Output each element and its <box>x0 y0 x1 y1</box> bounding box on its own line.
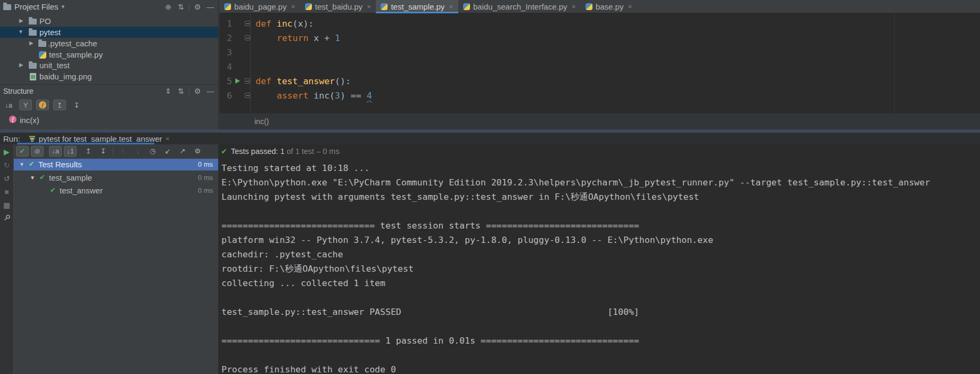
code-line-6[interactable]: assert inc(3) == 4 <box>256 88 372 103</box>
test-row-suite[interactable]: ▼ ✔ test_sample 0 ms <box>14 172 218 184</box>
hide-panel-icon[interactable]: — <box>205 3 215 11</box>
tree-item-unit-test[interactable]: ▶ unit_test <box>0 60 218 71</box>
collapse-all-icon[interactable]: ⇅ <box>176 3 186 11</box>
collapse-all-button[interactable]: ↥ <box>82 146 95 157</box>
fold-marker[interactable] <box>245 21 250 26</box>
python-file-icon <box>39 51 46 59</box>
tree-item-baidu-img[interactable]: baidu_img.png <box>0 71 218 82</box>
code-token-link[interactable]: 4 <box>367 91 372 101</box>
stop-button[interactable]: ■ <box>4 188 9 196</box>
show-fields-icon[interactable]: f <box>36 100 49 110</box>
test-duration: 0 ms <box>198 174 213 182</box>
sort-alphabetically-button[interactable]: ↓a <box>49 146 62 157</box>
test-settings-gear-button[interactable]: ⚙ <box>191 146 204 157</box>
close-icon[interactable]: ✕ <box>291 4 295 10</box>
tree-item-pytest-cache[interactable]: ▶ .pytest_cache <box>0 38 218 49</box>
collapse-all-icon[interactable]: ↧ <box>70 100 83 110</box>
rerun-button[interactable]: ▶ <box>4 148 10 156</box>
test-results-tree: ▼ ✔ Test Results 0 ms ▼ ✔ test_sample 0 … <box>14 158 218 374</box>
tree-item-test-sample[interactable]: test_sample.py <box>0 49 218 60</box>
settings-gear-icon[interactable]: ⚙ <box>193 87 202 95</box>
close-icon[interactable]: ✕ <box>628 4 632 10</box>
hide-panel-icon[interactable]: — <box>205 87 215 95</box>
tab-baidu-search-interface[interactable]: baidu_search_Interface.py ✕ <box>458 0 581 13</box>
expand-all-button[interactable]: ↧ <box>97 146 110 157</box>
test-history-button[interactable]: ◷ <box>146 146 159 157</box>
rerun-failed-tests-button[interactable]: ↻ <box>4 161 10 169</box>
test-row-root[interactable]: ▼ ✔ Test Results 0 ms <box>14 159 218 170</box>
expand-all-icon[interactable]: ⇕ <box>163 87 173 95</box>
chevron-right-icon[interactable]: ▶ <box>29 40 34 46</box>
close-icon[interactable]: ✕ <box>367 4 371 10</box>
folder-icon <box>29 30 37 36</box>
chevron-down-icon[interactable]: ▼ <box>30 175 35 181</box>
close-icon[interactable]: ✕ <box>165 136 169 142</box>
code-line-5[interactable]: def test_answer(): <box>256 74 351 88</box>
tests-passed-icon: ✔ <box>221 147 227 156</box>
editor-area[interactable]: baidu_page.py ✕ test_baidu.py ✕ test_sam… <box>219 0 980 129</box>
run-panel-header: Run: pytest for test_sample.test_answer … <box>0 133 980 144</box>
toggle-auto-test-button[interactable]: ↺ <box>4 174 10 183</box>
chevron-down-icon[interactable]: ▼ <box>19 161 24 167</box>
tree-item-po[interactable]: ▶ PO <box>0 15 218 27</box>
export-test-results-button[interactable]: ↗ <box>176 146 189 157</box>
locate-file-icon[interactable]: ⊕ <box>163 3 173 11</box>
import-test-results-button[interactable]: ↙ <box>161 146 174 157</box>
code-token <box>256 91 277 101</box>
collapse-all-icon[interactable]: ⇅ <box>176 87 186 95</box>
code-line-2[interactable]: return x + 1 <box>256 31 340 45</box>
project-panel-header: Project Files ▾ ⊕ ⇅ ⚙ — <box>0 0 218 13</box>
code-token: return <box>277 33 309 43</box>
python-file-icon <box>381 3 388 10</box>
tab-label: test_sample.py <box>391 2 444 11</box>
fold-marker[interactable] <box>245 35 250 40</box>
code-token: ) == <box>340 91 367 101</box>
test-status-bar: ✔ Tests passed: 1 of 1 test – 0 ms <box>219 144 980 158</box>
tab-label: baidu_page.py <box>234 2 286 11</box>
fold-marker[interactable] <box>245 78 250 84</box>
chevron-down-icon[interactable]: ▼ <box>18 29 23 35</box>
tab-test-sample[interactable]: test_sample.py ✕ <box>376 0 458 13</box>
test-passed-icon: ✔ <box>50 186 56 194</box>
breadcrumb-item[interactable]: inc() <box>254 117 269 126</box>
run-test-gutter-icon[interactable] <box>235 78 240 84</box>
structure-item-inc[interactable]: f inc(x) <box>0 114 218 126</box>
show-ignored-button[interactable]: ⊘ <box>31 146 44 157</box>
chevron-right-icon[interactable]: ▶ <box>19 18 23 23</box>
sort-alphabetically-icon[interactable]: ↓a <box>2 100 15 110</box>
tab-test-baidu[interactable]: test_baidu.py ✕ <box>300 0 376 13</box>
pin-tab-icon[interactable] <box>3 214 11 222</box>
show-inherited-icon[interactable]: Y <box>19 100 32 110</box>
chevron-right-icon[interactable]: ▶ <box>19 62 23 68</box>
previous-failed-test-button[interactable]: ↑ <box>117 146 129 157</box>
console-area[interactable]: Testing started at 10:18 ... E:\Python\p… <box>219 158 980 374</box>
tab-label: test_baidu.py <box>315 2 363 11</box>
editor-tab-bar: baidu_page.py ✕ test_baidu.py ✕ test_sam… <box>219 0 980 13</box>
code-token: (): <box>335 76 351 86</box>
tab-label: base.py <box>596 2 624 11</box>
python-file-icon <box>463 3 470 10</box>
tree-item-pytest[interactable]: ▼ pytest <box>0 27 218 38</box>
tab-base[interactable]: base.py ✕ <box>581 0 637 13</box>
run-tab-label: pytest for test_sample.test_answer <box>39 134 162 143</box>
sort-by-duration-button[interactable]: ↓1 <box>64 146 77 157</box>
settings-gear-icon[interactable]: ⚙ <box>193 3 202 11</box>
chevron-down-icon[interactable]: ▾ <box>62 3 65 10</box>
test-row-label: test_sample <box>49 173 92 182</box>
project-view-selector[interactable]: Project Files <box>14 2 59 11</box>
next-failed-test-button[interactable]: ↓ <box>131 146 144 157</box>
tree-item-label: PO <box>39 17 51 26</box>
show-passed-button[interactable]: ✔ <box>16 146 29 157</box>
tab-baidu-page[interactable]: baidu_page.py ✕ <box>219 0 300 13</box>
code-line-1[interactable]: def inc(x): <box>256 17 314 31</box>
close-icon[interactable]: ✕ <box>449 4 453 10</box>
code-token: 3 <box>335 91 340 101</box>
test-tree-toolbar: ✔ ⊘ ↓a ↓1 ↥ ↧ ↑ ↓ ◷ ↙ ↗ ⚙ <box>14 144 218 158</box>
expand-all-icon[interactable]: ↥ <box>53 100 66 110</box>
restore-layout-button[interactable]: ▦ <box>3 201 10 209</box>
code-token <box>256 33 277 43</box>
test-row-case[interactable]: ✔ test_answer 0 ms <box>14 185 218 197</box>
tests-passed-detail: of 1 test – 0 ms <box>284 147 339 156</box>
close-icon[interactable]: ✕ <box>572 4 576 10</box>
fold-marker[interactable] <box>245 93 250 98</box>
